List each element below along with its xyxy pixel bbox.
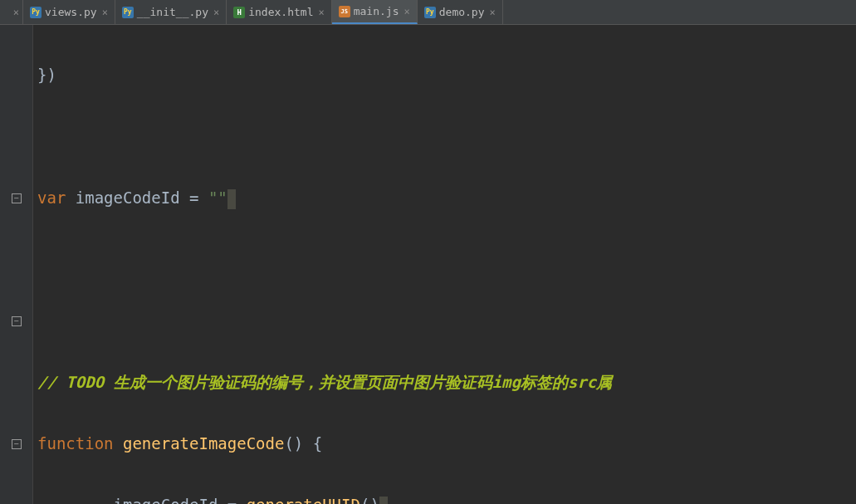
python-file-icon (122, 7, 134, 18)
python-file-icon (30, 7, 42, 18)
tab-label: __init__.py (137, 6, 208, 18)
close-icon[interactable]: × (13, 7, 19, 18)
gutter[interactable]: − − − (0, 25, 33, 504)
tab-main-js[interactable]: main.js × (332, 0, 418, 24)
code-line (37, 244, 856, 275)
tab-demo[interactable]: demo.py × (418, 0, 503, 24)
caret-highlight (227, 189, 236, 209)
code-line (37, 121, 856, 152)
tab-views[interactable]: views.py × (23, 0, 115, 24)
tab-partial-left[interactable]: × (0, 0, 23, 24)
fold-minus-icon[interactable]: − (12, 439, 22, 449)
python-file-icon (424, 7, 436, 18)
code-line (37, 306, 856, 336)
code-line: // TODO 生成一个图片验证码的编号，并设置页面中图片验证码img标签的sr… (37, 367, 856, 398)
fold-minus-icon[interactable]: − (12, 316, 22, 326)
code-line: var imageCodeId = "" (37, 183, 856, 213)
tab-label: views.py (45, 6, 97, 18)
tab-init[interactable]: __init__.py × (115, 0, 227, 24)
tab-label: index.html (248, 6, 313, 18)
tabs-bar: × views.py × __init__.py × index.html × … (0, 0, 856, 25)
html-file-icon (233, 7, 245, 18)
fold-minus-icon[interactable]: − (12, 193, 22, 203)
editor-area: − − − }) var imageCodeId = "" // TODO 生成… (0, 25, 856, 504)
code-line: function generateImageCode() { (37, 428, 856, 459)
js-file-icon (339, 6, 350, 17)
code-line: imageCodeId = generateUUID() (37, 490, 856, 504)
code-editor[interactable]: }) var imageCodeId = "" // TODO 生成一个图片验证… (33, 25, 856, 504)
tab-label: demo.py (439, 6, 485, 18)
close-icon[interactable]: × (404, 6, 410, 17)
close-icon[interactable]: × (490, 7, 496, 18)
code-line: }) (37, 60, 856, 91)
close-icon[interactable]: × (318, 7, 324, 18)
caret-highlight (379, 497, 388, 505)
tab-index[interactable]: index.html × (227, 0, 332, 24)
close-icon[interactable]: × (102, 7, 108, 18)
close-icon[interactable]: × (213, 7, 219, 18)
tab-label: main.js (354, 5, 399, 17)
